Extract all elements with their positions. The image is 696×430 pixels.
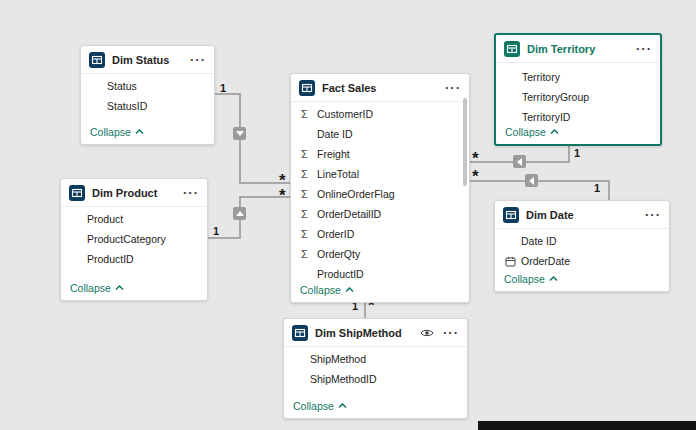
sigma-icon: Σ: [301, 248, 317, 260]
sigma-icon: Σ: [301, 108, 317, 120]
filter-direction-arrow-up-icon[interactable]: [233, 207, 246, 220]
table-card-header[interactable]: Dim Product ···: [61, 179, 207, 207]
arrow-up-glyph: [236, 211, 244, 216]
sigma-icon: Σ: [301, 148, 317, 160]
collapse-label: Collapse: [70, 282, 111, 294]
table-title: Dim Territory: [527, 43, 629, 55]
table-card-dim-date[interactable]: Dim Date ··· Date ID OrderDate Collapse: [494, 200, 670, 292]
table-card-header[interactable]: Fact Sales ···: [291, 74, 469, 102]
collapse-link[interactable]: Collapse: [504, 273, 558, 285]
filter-direction-arrow-left-icon[interactable]: [513, 155, 526, 168]
field-row[interactable]: ShipMethodID: [284, 369, 467, 389]
field-list: Territory TerritoryGroup TerritoryID: [496, 63, 660, 127]
collapse-label: Collapse: [504, 273, 545, 285]
field-row[interactable]: Territory: [496, 67, 660, 87]
collapse-label: Collapse: [300, 284, 341, 296]
chevron-up-icon: [115, 285, 124, 291]
relationship-line[interactable]: [364, 303, 366, 318]
relationship-line[interactable]: [470, 180, 610, 182]
field-row[interactable]: ΣCustomerID: [291, 104, 469, 124]
field-row[interactable]: Date ID: [495, 231, 669, 251]
filter-direction-arrow-left-icon[interactable]: [525, 174, 538, 187]
table-card-dim-shipmethod[interactable]: Dim ShipMethod ··· ShipMethod ShipMethod…: [283, 318, 468, 419]
table-icon: [299, 80, 315, 96]
field-row[interactable]: ShipMethod: [284, 349, 467, 369]
relationship-line[interactable]: [568, 146, 570, 163]
table-card-header[interactable]: Dim ShipMethod ···: [284, 319, 467, 347]
chevron-up-icon: [338, 403, 347, 409]
cardinality-one-label: 1: [574, 148, 580, 159]
more-options-button[interactable]: ···: [190, 53, 206, 66]
table-card-header[interactable]: Dim Territory ···: [496, 35, 660, 63]
cardinality-many-label: *: [472, 150, 479, 167]
field-row[interactable]: Status: [81, 76, 214, 96]
table-icon: [292, 325, 308, 341]
chevron-up-icon: [345, 287, 354, 293]
field-row[interactable]: ProductCategory: [61, 229, 207, 249]
cardinality-one-label: 1: [594, 183, 600, 194]
table-title: Dim Product: [92, 187, 176, 199]
more-options-button[interactable]: ···: [636, 42, 652, 55]
table-card-header[interactable]: Dim Status ···: [81, 46, 214, 74]
field-list: Status StatusID: [81, 74, 214, 116]
collapse-link[interactable]: Collapse: [70, 282, 124, 294]
calendar-icon: [505, 256, 521, 267]
field-row[interactable]: ΣLineTotal: [291, 164, 469, 184]
arrow-left-glyph: [529, 177, 534, 185]
collapse-link[interactable]: Collapse: [300, 284, 354, 296]
table-title: Dim Status: [112, 54, 183, 66]
cardinality-one-label: 1: [220, 83, 226, 94]
field-row[interactable]: ProductID: [61, 249, 207, 269]
fields-scrollbar[interactable]: [463, 98, 467, 186]
table-card-dim-territory[interactable]: Dim Territory ··· Territory TerritoryGro…: [494, 33, 662, 146]
table-card-header[interactable]: Dim Date ···: [495, 201, 669, 229]
chevron-up-icon: [135, 129, 144, 135]
field-row[interactable]: ΣOrderID: [291, 224, 469, 244]
field-row[interactable]: TerritoryGroup: [496, 87, 660, 107]
relationship-line[interactable]: [215, 93, 241, 95]
field-row[interactable]: StatusID: [81, 96, 214, 116]
more-options-button[interactable]: ···: [443, 326, 459, 339]
table-icon: [504, 41, 520, 57]
cardinality-many-label: *: [472, 168, 479, 185]
field-list: Product ProductCategory ProductID: [61, 207, 207, 269]
table-card-fact-sales[interactable]: Fact Sales ··· ΣCustomerID Date ID ΣFrei…: [290, 73, 470, 303]
collapse-label: Collapse: [505, 126, 546, 138]
field-row[interactable]: ΣOrderQty: [291, 244, 469, 264]
table-icon: [503, 207, 519, 223]
model-canvas[interactable]: 1 * 1 * * 1 * 1 1 * Dim Status ··· Statu: [0, 0, 696, 430]
table-card-dim-product[interactable]: Dim Product ··· Product ProductCategory …: [60, 178, 208, 301]
sigma-icon: Σ: [301, 188, 317, 200]
field-row[interactable]: ΣOnlineOrderFlag: [291, 184, 469, 204]
collapse-link[interactable]: Collapse: [90, 126, 144, 138]
more-options-button[interactable]: ···: [445, 81, 461, 94]
field-row[interactable]: ΣOrderDetailID: [291, 204, 469, 224]
field-row[interactable]: OrderDate: [495, 251, 669, 271]
relationship-line[interactable]: [608, 180, 610, 200]
eye-icon[interactable]: [420, 328, 434, 338]
field-row[interactable]: Date ID: [291, 124, 469, 144]
collapse-link[interactable]: Collapse: [293, 400, 347, 412]
sigma-icon: Σ: [301, 168, 317, 180]
field-row[interactable]: ΣFreight: [291, 144, 469, 164]
collapse-link[interactable]: Collapse: [505, 126, 559, 138]
field-row[interactable]: ProductID: [291, 264, 469, 284]
more-options-button[interactable]: ···: [183, 186, 199, 199]
arrow-down-glyph: [236, 131, 244, 136]
filter-direction-arrow-down-icon[interactable]: [233, 127, 246, 140]
field-row[interactable]: TerritoryID: [496, 107, 660, 127]
chevron-up-icon: [549, 276, 558, 282]
table-card-dim-status[interactable]: Dim Status ··· Status StatusID Collapse: [80, 45, 215, 145]
table-icon: [69, 185, 85, 201]
field-row[interactable]: Product: [61, 209, 207, 229]
table-title: Dim ShipMethod: [315, 327, 413, 339]
chevron-up-icon: [550, 129, 559, 135]
sigma-icon: Σ: [301, 208, 317, 220]
more-options-button[interactable]: ···: [645, 208, 661, 221]
field-list: ShipMethod ShipMethodID: [284, 347, 467, 389]
relationship-line[interactable]: [208, 237, 241, 239]
arrow-left-glyph: [517, 158, 522, 166]
field-list: Date ID OrderDate: [495, 229, 669, 271]
table-title: Dim Date: [526, 209, 638, 221]
cardinality-one-label: 1: [213, 226, 219, 237]
